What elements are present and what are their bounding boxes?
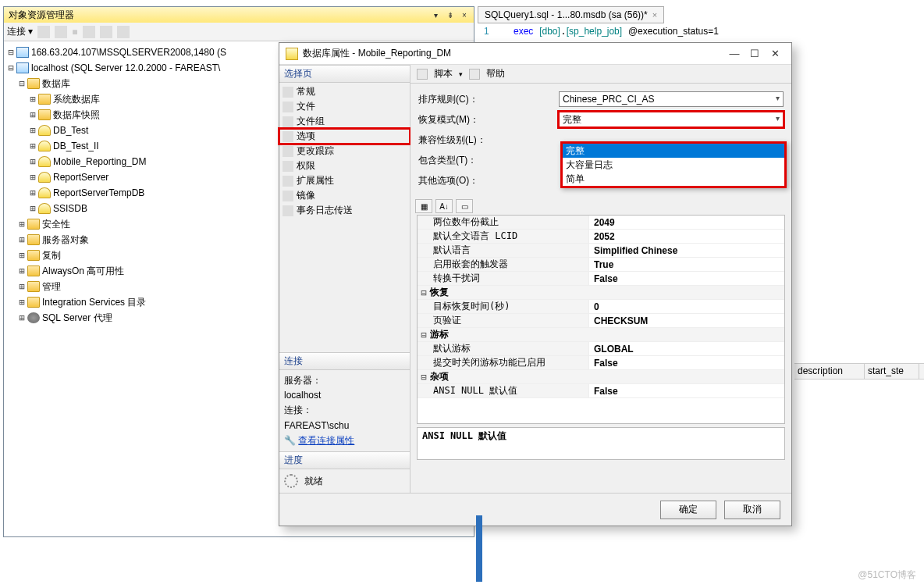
connection-info: 服务器： localhost 连接： FAREAST\schu 🔧 查看连接属性 bbox=[279, 370, 410, 451]
script-icon[interactable] bbox=[417, 69, 428, 80]
expand-icon[interactable]: ⊞ bbox=[16, 281, 27, 292]
expand-icon[interactable]: ⊞ bbox=[16, 219, 27, 230]
expand-icon[interactable]: ⊞ bbox=[27, 141, 38, 151]
database-properties-dialog: 数据库属性 - Mobile_Reporting_DM — ☐ ✕ 选择页 常规… bbox=[279, 42, 792, 526]
results-grid[interactable]: description start_ste bbox=[794, 363, 924, 402]
panel-menu-icon[interactable]: ▾ bbox=[431, 11, 440, 20]
tree-label: 复制 bbox=[42, 249, 61, 262]
expand-icon[interactable]: ⊟ bbox=[5, 47, 16, 58]
page-item[interactable]: 事务日志传送 bbox=[279, 203, 410, 218]
object-explorer-title: 对象资源管理器 bbox=[9, 7, 74, 23]
grid-category[interactable]: ⊟恢复 bbox=[418, 286, 784, 300]
tree-label: SQL Server 代理 bbox=[42, 312, 112, 325]
other-options-label: 其他选项(O)： bbox=[418, 174, 559, 187]
recovery-dropdown-list[interactable]: 完整大容量日志简单 bbox=[560, 141, 787, 188]
watermark: @51CTO博客 bbox=[858, 568, 916, 582]
dropdown-option[interactable]: 简单 bbox=[563, 172, 784, 186]
stop-icon[interactable] bbox=[117, 26, 130, 38]
tree-label: Mobile_Reporting_DM bbox=[53, 156, 146, 167]
column-header[interactable]: description bbox=[794, 364, 865, 379]
dropdown-option[interactable]: 大容量日志 bbox=[563, 158, 784, 172]
expand-icon[interactable]: ⊞ bbox=[27, 156, 38, 167]
dropdown-option[interactable]: 完整 bbox=[563, 144, 784, 158]
ok-button[interactable]: 确定 bbox=[660, 501, 716, 519]
grid-category[interactable]: ⊟游标 bbox=[418, 328, 784, 342]
db-icon bbox=[38, 156, 51, 167]
expand-icon[interactable]: ⊞ bbox=[27, 172, 38, 183]
grid-row[interactable]: 转换干扰词False bbox=[418, 272, 784, 286]
toolbar-icon[interactable] bbox=[55, 26, 67, 38]
folder-icon bbox=[27, 297, 40, 308]
page-item[interactable]: 选项 bbox=[279, 129, 410, 144]
collation-label: 排序规则(C)： bbox=[418, 93, 559, 106]
db-icon bbox=[38, 172, 51, 183]
grid-row[interactable]: 提交时关闭游标功能已启用False bbox=[418, 356, 784, 370]
panel-close-icon[interactable]: × bbox=[460, 11, 469, 20]
categorized-button[interactable]: ▦ bbox=[415, 199, 432, 213]
filter-icon[interactable] bbox=[83, 26, 95, 38]
dialog-toolbar: 脚本 ▾ 帮助 bbox=[410, 65, 791, 84]
dialog-title-bar[interactable]: 数据库属性 - Mobile_Reporting_DM — ☐ ✕ bbox=[279, 43, 791, 65]
expand-icon[interactable]: ⊞ bbox=[16, 297, 27, 308]
toolbar-icon[interactable] bbox=[37, 26, 50, 38]
page-item[interactable]: 扩展属性 bbox=[279, 173, 410, 188]
refresh-icon[interactable] bbox=[100, 26, 112, 38]
grid-row[interactable]: 启用嵌套的触发器True bbox=[418, 258, 784, 272]
expand-icon[interactable]: ⊞ bbox=[16, 312, 27, 323]
tab-close-icon[interactable]: × bbox=[652, 8, 657, 22]
grid-row[interactable]: 默认全文语言 LCID2052 bbox=[418, 230, 784, 244]
grid-row[interactable]: 默认游标GLOBAL bbox=[418, 342, 784, 356]
page-icon bbox=[283, 176, 293, 187]
help-label[interactable]: 帮助 bbox=[486, 67, 505, 80]
expand-icon[interactable]: ⊞ bbox=[16, 234, 27, 245]
script-label[interactable]: 脚本 bbox=[434, 67, 453, 80]
maximize-button[interactable]: ☐ bbox=[745, 44, 765, 64]
srv-icon bbox=[16, 47, 29, 58]
page-icon bbox=[283, 146, 293, 157]
column-header[interactable]: start_ste bbox=[865, 364, 919, 379]
expand-icon[interactable]: ⊞ bbox=[27, 109, 38, 120]
view-connection-link[interactable]: 查看连接属性 bbox=[298, 435, 354, 446]
help-icon[interactable] bbox=[469, 69, 480, 80]
expand-icon[interactable]: ⊞ bbox=[27, 187, 38, 198]
sql-query-tab[interactable]: SQLQuery1.sql - 1...80.msdb (sa (56))* × bbox=[478, 6, 664, 23]
srv-icon bbox=[16, 62, 29, 73]
cancel-button[interactable]: 取消 bbox=[724, 501, 780, 519]
page-item[interactable]: 文件 bbox=[279, 99, 410, 114]
page-item[interactable]: 镜像 bbox=[279, 188, 410, 203]
connect-dropdown[interactable]: 连接 ▾ bbox=[7, 25, 33, 38]
minimize-button[interactable]: — bbox=[724, 44, 745, 64]
close-button[interactable]: ✕ bbox=[765, 44, 785, 64]
page-item[interactable]: 常规 bbox=[279, 84, 410, 99]
expand-icon[interactable]: ⊞ bbox=[27, 125, 38, 136]
alphabetical-button[interactable]: A↓ bbox=[435, 199, 453, 213]
grid-row[interactable]: ANSI NULL 默认值False bbox=[418, 384, 784, 398]
folder-icon bbox=[27, 281, 40, 292]
folder-icon bbox=[27, 78, 40, 89]
expand-icon[interactable]: ⊞ bbox=[27, 203, 38, 214]
grid-category[interactable]: ⊟杂项 bbox=[418, 370, 784, 384]
progress-row: 就绪 bbox=[279, 469, 410, 493]
tree-label: 数据库快照 bbox=[53, 109, 100, 122]
grid-row[interactable]: 两位数年份截止2049 bbox=[418, 216, 784, 230]
page-item[interactable]: 更改跟踪 bbox=[279, 144, 410, 159]
grid-row[interactable]: 目标恢复时间(秒)0 bbox=[418, 300, 784, 314]
recovery-combo[interactable]: 完整 bbox=[559, 112, 784, 127]
grid-row[interactable]: 默认语言Simplified Chinese bbox=[418, 244, 784, 258]
grid-button[interactable]: ▭ bbox=[456, 199, 473, 213]
expand-icon[interactable]: ⊞ bbox=[16, 250, 27, 261]
expand-icon[interactable]: ⊞ bbox=[16, 265, 27, 276]
folder-icon bbox=[27, 265, 40, 276]
tab-title: SQLQuery1.sql - 1...80.msdb (sa (56))* bbox=[485, 8, 648, 22]
expand-icon[interactable]: ⊟ bbox=[16, 78, 27, 89]
tree-label: DB_Test bbox=[53, 125, 88, 136]
property-grid[interactable]: 两位数年份截止2049默认全文语言 LCID2052默认语言Simplified… bbox=[417, 215, 785, 424]
property-description: ANSI NULL 默认值 bbox=[417, 427, 785, 460]
panel-pin-icon[interactable]: ⇟ bbox=[446, 11, 455, 20]
collation-combo[interactable]: Chinese_PRC_CI_AS bbox=[559, 91, 784, 107]
expand-icon[interactable]: ⊟ bbox=[5, 62, 16, 73]
expand-icon[interactable]: ⊞ bbox=[27, 94, 38, 105]
grid-row[interactable]: 页验证CHECKSUM bbox=[418, 314, 784, 328]
page-item[interactable]: 文件组 bbox=[279, 114, 410, 129]
page-item[interactable]: 权限 bbox=[279, 159, 410, 173]
